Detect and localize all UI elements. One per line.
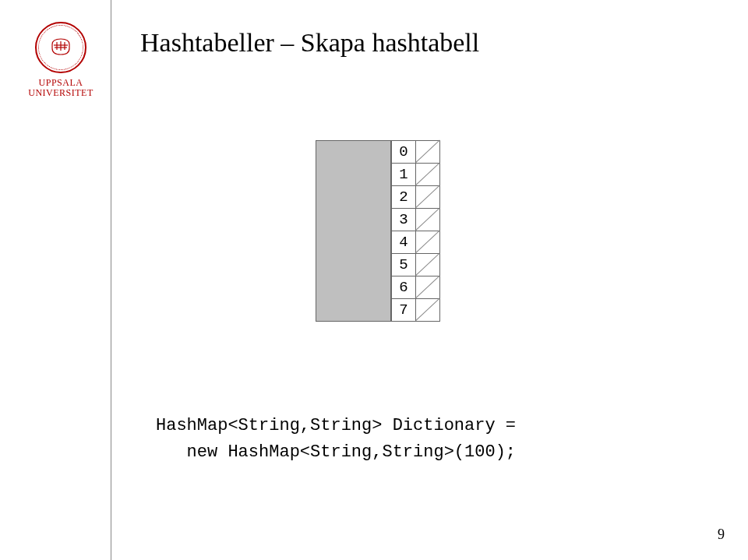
- bucket-slot: [416, 231, 440, 254]
- bucket-slot: [416, 141, 440, 164]
- bucket-index: 0: [392, 141, 416, 164]
- bucket-slot: [416, 186, 440, 209]
- code-line-2: new HashMap<String,String>(100);: [156, 442, 516, 462]
- bucket-index: 3: [392, 209, 416, 231]
- hash-source-box: [316, 140, 391, 322]
- university-logo: UPPSALA UNIVERSITET: [22, 22, 100, 98]
- bucket-index: 4: [392, 231, 416, 254]
- vertical-divider: [111, 0, 111, 560]
- code-block: HashMap<String,String> Dictionary = new …: [156, 413, 516, 466]
- logo-text-line2: UNIVERSITET: [22, 88, 100, 98]
- slide-title: Hashtabeller – Skapa hashtabell: [140, 28, 479, 58]
- code-line-1: HashMap<String,String> Dictionary =: [156, 416, 516, 435]
- bucket-slot: [416, 209, 440, 231]
- hashtable-diagram: 0 1 2 3 4 5 6 7: [316, 140, 440, 322]
- bucket-slot: [416, 299, 440, 322]
- bucket-index: 2: [392, 186, 416, 209]
- bucket-table: 0 1 2 3 4 5 6 7: [391, 140, 440, 322]
- bucket-slot: [416, 276, 440, 299]
- bucket-index: 1: [392, 164, 416, 186]
- bucket-index: 5: [392, 254, 416, 276]
- page-number: 9: [718, 527, 725, 543]
- bucket-index: 6: [392, 276, 416, 299]
- bucket-slot: [416, 164, 440, 186]
- bucket-index: 7: [392, 299, 416, 322]
- seal-icon: [35, 22, 86, 73]
- bucket-slot: [416, 254, 440, 276]
- slide: UPPSALA UNIVERSITET Hashtabeller – Skapa…: [0, 0, 748, 560]
